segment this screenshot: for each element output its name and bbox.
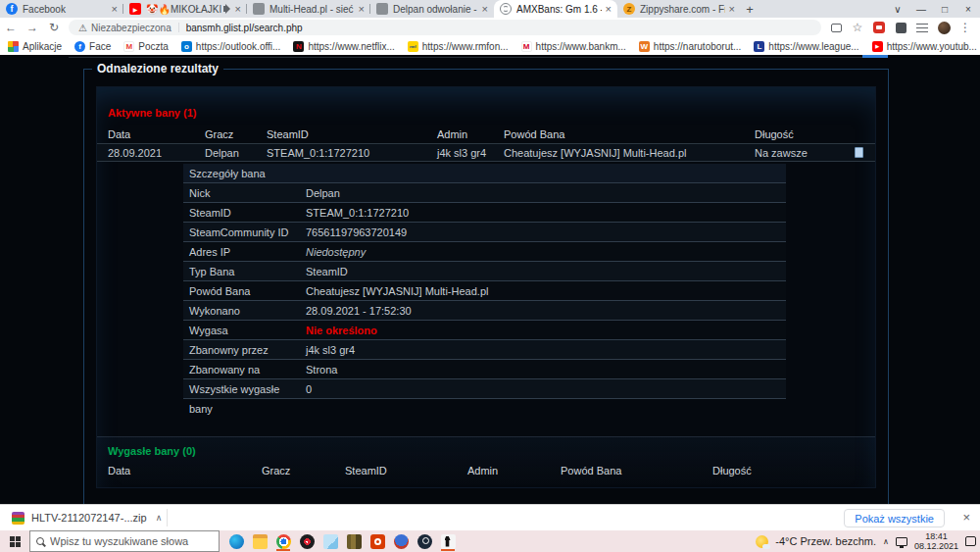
profile-avatar[interactable] bbox=[937, 21, 951, 34]
bookmarks-bar: Aplikacje Face Poczta https://outlook.of… bbox=[0, 37, 980, 55]
address-bar[interactable]: ⚠ Niezabezpieczona bansmh.glist.pl/searc… bbox=[69, 20, 821, 35]
site-favicon bbox=[376, 3, 388, 15]
tab-zippyshare[interactable]: Zippyshare.com - Free File Hosti × bbox=[617, 0, 741, 18]
bookmark-youtube[interactable]: https://www.youtub... bbox=[872, 41, 977, 52]
playlist-icon[interactable] bbox=[915, 21, 929, 34]
close-icon[interactable]: × bbox=[235, 4, 241, 15]
back-button[interactable]: ← bbox=[0, 21, 22, 34]
tab-facebook[interactable]: Facebook × bbox=[0, 0, 123, 18]
weather-text[interactable]: -4°C Przew. bezchm. bbox=[775, 535, 876, 547]
more-menu-icon[interactable]: ⋮ bbox=[958, 21, 972, 34]
detail-row-expires: WygasaNie określono bbox=[183, 321, 786, 340]
extension-icon[interactable] bbox=[894, 21, 907, 34]
show-all-downloads-button[interactable]: Pokaż wszystkie bbox=[844, 509, 945, 527]
tab-youtube[interactable]: 🤡🔥MIKOŁAJKI 2021🔥🤡 × bbox=[123, 0, 247, 18]
close-icon[interactable]: × bbox=[729, 4, 735, 15]
taskbar-clock[interactable]: 18:41 08.12.2021 bbox=[914, 531, 958, 551]
bookmark-gmail[interactable]: Poczta bbox=[123, 41, 169, 52]
close-window-button[interactable]: × bbox=[956, 4, 980, 15]
detail-row-ip: Adres IPNiedostępny bbox=[183, 242, 786, 262]
col-powod: Powód Bana bbox=[561, 465, 712, 477]
close-icon[interactable]: × bbox=[359, 4, 365, 15]
bookmark-apps[interactable]: Aplikacje bbox=[8, 41, 62, 52]
forward-button[interactable]: → bbox=[22, 21, 43, 34]
search-input[interactable] bbox=[50, 535, 197, 547]
weather-icon[interactable] bbox=[756, 535, 768, 548]
edge-icon[interactable] bbox=[227, 531, 245, 551]
taskbar: -4°C Przew. bezchm. ∧ 18:41 08.12.2021 bbox=[0, 530, 980, 552]
bookmark-outlook[interactable]: https://outlook.offi... bbox=[181, 41, 281, 52]
clock-time: 18:41 bbox=[925, 531, 948, 541]
file-explorer-icon[interactable] bbox=[251, 531, 269, 551]
naruto-icon bbox=[639, 41, 650, 52]
search-submit-remnant bbox=[862, 55, 888, 58]
music-player-icon[interactable] bbox=[298, 531, 316, 551]
browser-toolbar: ← → ↻ ⚠ Niezabezpieczona bansmh.glist.pl… bbox=[0, 18, 980, 37]
previous-section-border bbox=[69, 57, 880, 58]
tray-overflow-chevron-icon[interactable]: ∧ bbox=[883, 537, 889, 546]
results-fieldset: Odnalezione rezultaty Aktywne bany (1) D… bbox=[83, 69, 889, 510]
minimize-button[interactable]: — bbox=[909, 4, 933, 15]
outlook-icon bbox=[181, 41, 192, 52]
bookmark-netflix[interactable]: https://www.netflix... bbox=[293, 41, 394, 52]
new-tab-button[interactable]: + bbox=[741, 0, 759, 18]
tab-title: Delpan odwołanie - Odwołanie o bbox=[393, 4, 478, 15]
winrar-file-icon bbox=[12, 512, 24, 525]
ban-row[interactable]: 28.09.2021 Delpan STEAM_0:1:1727210 j4k … bbox=[97, 143, 875, 162]
youtube-favicon bbox=[129, 3, 141, 15]
steam-icon[interactable] bbox=[416, 531, 433, 551]
ban-details-document-icon[interactable] bbox=[855, 147, 863, 158]
adblock-extension-icon[interactable] bbox=[872, 21, 886, 34]
office-icon[interactable] bbox=[368, 531, 386, 551]
web-page: Odnalezione rezultaty Aktywne bany (1) D… bbox=[0, 55, 980, 504]
network-icon[interactable] bbox=[896, 537, 907, 546]
download-item[interactable]: HLTV-2112072147-...zip ∧ bbox=[12, 512, 162, 525]
gmail-icon bbox=[123, 41, 134, 52]
notification-center-icon[interactable] bbox=[965, 536, 976, 546]
results-panel: Aktywne bany (1) Data Gracz SteamID Admi… bbox=[96, 86, 876, 488]
search-icon bbox=[36, 537, 44, 545]
col-gracz: Gracz bbox=[205, 128, 267, 140]
ban-date: 28.09.2021 bbox=[108, 147, 205, 159]
library-icon[interactable] bbox=[345, 531, 363, 551]
badge-app-icon[interactable] bbox=[392, 531, 410, 551]
clock-date: 08.12.2021 bbox=[914, 541, 958, 551]
counter-strike-icon[interactable] bbox=[439, 531, 457, 551]
start-button[interactable] bbox=[0, 530, 29, 552]
close-icon[interactable]: × bbox=[606, 4, 612, 15]
ban-player: Delpan bbox=[205, 147, 267, 159]
download-filename: HLTV-2112072147-...zip bbox=[31, 512, 147, 524]
tab-search-chevron-icon[interactable]: ∨ bbox=[886, 4, 909, 15]
close-icon[interactable]: × bbox=[482, 4, 488, 15]
tab-delpan-odwolanie[interactable]: Delpan odwołanie - Odwołanie o × bbox=[370, 0, 494, 18]
taskbar-search[interactable] bbox=[29, 530, 220, 552]
col-steamid: SteamID bbox=[345, 465, 467, 477]
bookmark-facebook[interactable]: Face bbox=[74, 41, 111, 52]
tab-amxbans-active[interactable]: AMXBans: Gm 1.6 - Szukaj × bbox=[494, 0, 617, 18]
paint-3d-icon[interactable] bbox=[321, 531, 339, 551]
reload-button[interactable]: ↻ bbox=[43, 21, 65, 34]
col-data: Data bbox=[108, 128, 205, 140]
chrome-icon[interactable] bbox=[274, 531, 292, 551]
zippyshare-favicon bbox=[623, 3, 635, 15]
bookmark-star-icon[interactable]: ☆ bbox=[851, 21, 864, 34]
downloads-bar: HLTV-2112072147-...zip ∧ Pokaż wszystkie… bbox=[0, 504, 980, 530]
bookmark-bank[interactable]: https://www.bankm... bbox=[521, 41, 626, 52]
download-chevron-icon[interactable]: ∧ bbox=[156, 513, 163, 523]
col-powod: Powód Bana bbox=[504, 128, 755, 140]
bookmark-rmf[interactable]: https://www.rmfon... bbox=[408, 41, 509, 52]
bookmark-naruto[interactable]: https://narutoborut... bbox=[639, 41, 742, 52]
bookmark-league[interactable]: https://www.league... bbox=[754, 41, 858, 52]
tab-multihead[interactable]: Multi-Head.pl - sieć serwerów CS × bbox=[247, 0, 370, 18]
audio-playing-icon[interactable] bbox=[223, 6, 227, 12]
results-legend: Odnalezione rezultaty bbox=[92, 62, 223, 75]
close-downloads-icon[interactable]: × bbox=[962, 510, 970, 525]
not-secure-warning-icon[interactable]: ⚠ bbox=[78, 23, 87, 33]
media-icon[interactable] bbox=[829, 21, 843, 34]
active-bans-title: Aktywne bany (1) bbox=[108, 107, 196, 119]
detail-row-ban-type: Typ BanaSteamID bbox=[183, 262, 786, 281]
youtube-icon bbox=[872, 41, 883, 52]
maximize-button[interactable]: □ bbox=[933, 4, 956, 15]
col-steamid: SteamID bbox=[267, 128, 437, 140]
close-icon[interactable]: × bbox=[112, 4, 118, 15]
